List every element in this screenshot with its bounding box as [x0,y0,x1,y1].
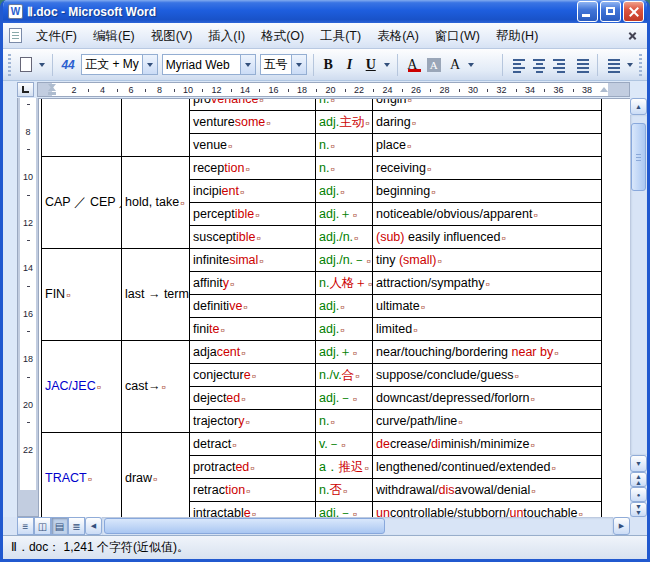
style-combo[interactable]: 正文 + My [81,54,158,75]
bold-button[interactable]: B [318,54,337,76]
font-size-combo[interactable]: 五号 [260,54,307,75]
hanging-indent-marker[interactable] [48,86,56,91]
word-cell[interactable]: incipient¤ [190,180,316,203]
word-cell[interactable]: intractable¤ [190,502,316,518]
definition-cell[interactable]: lengthened/continued/extended¤ [373,456,602,479]
pos-cell[interactable]: adj.主动¤ [316,111,373,134]
menu-item-2[interactable]: 视图(V) [143,24,201,48]
new-document-button[interactable] [15,53,35,76]
vertical-ruler[interactable]: 6810121416182022 [17,98,39,517]
definition-cell[interactable]: decrease/diminish/minimize¤ [373,433,602,456]
menu-item-8[interactable]: 帮助(H) [488,24,546,48]
pos-cell[interactable]: adj.¤ [316,295,373,318]
tab-selector[interactable] [17,82,34,97]
pos-cell[interactable]: a．推迟¤ [316,456,373,479]
root-cell[interactable]: FIN¤ [42,249,122,341]
meaning-cell[interactable]: last → terminal → boundar y→limit¤ [122,249,190,341]
outline-view-button[interactable]: ≣ [68,517,85,535]
definition-cell[interactable]: uncontrollable/stubborn/untouchable¤ [373,502,602,518]
toolbar-options-button[interactable] [38,53,48,76]
pos-cell[interactable]: n.¤ [316,157,373,180]
pos-cell[interactable]: n.¤ [316,410,373,433]
char-shading-button[interactable]: A [424,54,443,76]
vertical-scroll-track[interactable] [630,115,647,455]
root-cell[interactable]: CAP ／ CEP ／CIP¤ [42,157,122,249]
word-cell[interactable]: finite¤ [190,318,316,341]
underline-options-button[interactable] [382,53,392,76]
word-cell[interactable]: detract¤ [190,433,316,456]
meaning-cell[interactable] [122,98,190,157]
pos-cell[interactable]: n.¤ [316,98,373,111]
toolbar-grip[interactable] [639,54,642,76]
definition-cell[interactable]: ultimate¤ [373,295,602,318]
word-cell[interactable]: provenance¤ [190,98,316,111]
pos-cell[interactable]: n.人格＋¤ [316,272,373,295]
titlebar[interactable]: W Ⅱ.doc - Microsoft Word [3,0,647,23]
char-scale-options-button[interactable] [467,53,477,76]
font-color-button[interactable]: A [403,54,422,76]
menu-item-3[interactable]: 插入(I) [200,24,253,48]
align-right-button[interactable] [550,55,570,75]
menu-item-1[interactable]: 编辑(E) [85,24,143,48]
root-cell[interactable] [42,98,122,157]
align-left-button[interactable] [508,55,528,75]
print-layout-view-button[interactable]: ▤ [51,517,68,535]
justify-button[interactable] [572,55,592,75]
menu-item-4[interactable]: 格式(O) [253,24,312,48]
scroll-right-button[interactable]: ▶ [613,517,630,535]
word-cell[interactable]: reception¤ [190,157,316,180]
definition-cell[interactable]: beginning¤ [373,180,602,203]
pos-cell[interactable]: n.¤ [316,134,373,157]
definition-cell[interactable]: curve/path/line¤ [373,410,602,433]
pos-cell[interactable]: adj.¤ [316,318,373,341]
pos-cell[interactable]: n.否¤ [316,479,373,502]
meaning-cell[interactable]: cast→¤ [122,341,190,433]
font-size-combo-arrow[interactable] [291,55,306,74]
definition-cell[interactable]: limited¤ [373,318,602,341]
root-cell[interactable]: JAC/JEC¤ [42,341,122,433]
definition-cell[interactable]: tiny (small)¤ [373,249,602,272]
horizontal-scroll-thumb[interactable] [104,518,385,534]
styles-and-formatting-button[interactable]: 44 [58,53,78,76]
root-cell[interactable]: TRACT¤ [42,433,122,518]
pos-cell[interactable]: adj./n.－¤ [316,249,373,272]
align-center-button[interactable] [530,55,548,75]
word-cell[interactable]: susceptible¤ [190,226,316,249]
pos-cell[interactable]: adj.－¤ [316,387,373,410]
definition-cell[interactable]: place¤ [373,134,602,157]
definition-cell[interactable]: daring¤ [373,111,602,134]
pos-cell[interactable]: adj.－¤ [316,502,373,518]
definition-cell[interactable]: (sub) easily influenced¤ [373,226,602,249]
pos-cell[interactable]: v.－¤ [316,433,373,456]
menu-item-7[interactable]: 窗口(W) [427,24,488,48]
right-indent-marker[interactable] [600,87,608,92]
pos-cell[interactable]: adj.＋¤ [316,203,373,226]
word-cell[interactable]: conjecture¤ [190,364,316,387]
pos-cell[interactable]: adj./n.¤ [316,226,373,249]
line-spacing-options-button[interactable] [625,53,635,76]
underline-button[interactable]: U [361,54,380,76]
left-indent-marker[interactable] [48,92,56,95]
scroll-down-button[interactable]: ▼ [630,455,647,472]
previous-page-button[interactable]: ▲▲ [630,472,647,487]
meaning-cell[interactable]: hold, take¤ [122,157,190,249]
font-combo[interactable]: Myriad Web [162,54,256,75]
word-cell[interactable]: protracted¤ [190,456,316,479]
next-page-button[interactable]: ▼▼ [630,502,647,517]
word-cell[interactable]: trajectory¤ [190,410,316,433]
pos-cell[interactable]: adj.¤ [316,180,373,203]
menu-item-6[interactable]: 表格(A) [369,24,427,48]
style-combo-arrow[interactable] [142,55,157,74]
definition-cell[interactable]: near/touching/bordering near by¤ [373,341,602,364]
font-combo-arrow[interactable] [240,55,255,74]
word-cell[interactable]: affinity¤ [190,272,316,295]
meaning-cell[interactable]: draw¤ [122,433,190,518]
document-area[interactable]: provenance¤n.¤origin¤venturesome¤adj.主动¤… [39,98,630,517]
word-cell[interactable]: definitive¤ [190,295,316,318]
definition-cell[interactable]: attraction/sympathy¤ [373,272,602,295]
toolbar-grip[interactable] [8,54,11,76]
scroll-up-button[interactable]: ▲ [630,98,647,115]
restore-button[interactable] [600,1,621,22]
word-cell[interactable]: retraction¤ [190,479,316,502]
italic-button[interactable]: I [340,54,359,76]
